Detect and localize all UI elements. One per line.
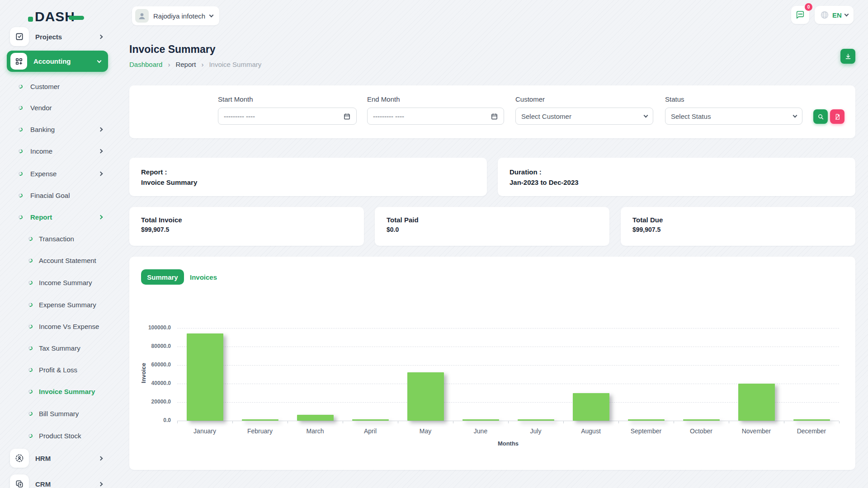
checkbox-icon (10, 27, 29, 46)
language-selector[interactable]: EN (815, 6, 854, 24)
sidebar-item-tax-summary[interactable]: Tax Summary (0, 337, 118, 359)
person-scan-icon (10, 449, 29, 468)
sidebar-item-account-statement[interactable]: Account Statement (0, 249, 118, 271)
bullet-icon (28, 433, 33, 438)
chart-bar-december[interactable] (793, 419, 830, 421)
sidebar-item-invoice-summary[interactable]: Invoice Summary (0, 380, 118, 402)
chart-bar-july[interactable] (518, 419, 554, 421)
language-code: EN (832, 11, 842, 19)
x-axis-label: November (729, 427, 784, 435)
chart-bar-august[interactable] (573, 393, 609, 421)
sidebar-item-label: Bill Summary (39, 410, 79, 418)
bullet-icon (28, 258, 33, 263)
chevron-right-icon (99, 149, 103, 153)
breadcrumb-dashboard-link[interactable]: Dashboard (129, 61, 162, 68)
bullet-icon (28, 345, 33, 350)
sidebar-item-crm[interactable]: CRM (0, 473, 118, 488)
sidebar-item-bill-summary[interactable]: Bill Summary (0, 403, 118, 424)
sidebar-item-income[interactable]: Income (0, 140, 118, 162)
stat-value: $99,907.5 (141, 226, 352, 233)
chart-bar-october[interactable] (683, 419, 720, 421)
customer-label: Customer (515, 95, 653, 103)
stat-value: $99,907.5 (632, 226, 844, 233)
end-month-label: End Month (367, 95, 504, 103)
x-axis-label: August (563, 427, 618, 435)
bullet-icon (18, 171, 23, 176)
chart-bar-march[interactable] (297, 415, 334, 421)
sidebar-item-profit-loss[interactable]: Profit & Loss (0, 359, 118, 380)
bullet-icon (28, 411, 33, 416)
sidebar-item-label: Customer (30, 83, 60, 90)
end-month-input[interactable]: --------- ---- (367, 108, 504, 125)
month-input-placeholder: --------- ---- (224, 113, 255, 120)
start-month-label: Start Month (218, 95, 357, 103)
x-axis-label: January (177, 427, 232, 435)
report-value: Invoice Summary (141, 177, 475, 188)
x-axis-label: October (674, 427, 729, 435)
sidebar-item-expense[interactable]: Expense (0, 163, 118, 184)
stat-value: $0.0 (387, 226, 598, 233)
sidebar-item-label: Transaction (39, 235, 74, 243)
chart-bar-april[interactable] (352, 419, 389, 421)
messages-button[interactable]: 0 (791, 6, 809, 24)
chart-bar-june[interactable] (462, 419, 499, 421)
notification-badge: 0 (805, 3, 812, 11)
x-axis-tick (729, 421, 729, 423)
sidebar-item-hrm[interactable]: HRM (0, 447, 118, 469)
customer-select-value: Select Customer (521, 113, 571, 120)
workspace-switcher[interactable]: Rajodiya infotech (132, 6, 219, 25)
customer-select[interactable]: Select Customer (515, 108, 653, 125)
sidebar-item-customer[interactable]: Customer (0, 75, 118, 97)
chart-bar-january[interactable] (187, 333, 223, 421)
chevron-right-icon (99, 215, 103, 219)
sidebar-item-income-vs-expense[interactable]: Income Vs Expense (0, 315, 118, 337)
breadcrumb-report[interactable]: Report (175, 61, 196, 68)
sidebar-item-banking[interactable]: Banking (0, 118, 118, 140)
chart-bar-november[interactable] (738, 384, 775, 421)
status-select[interactable]: Select Status (665, 108, 802, 125)
x-axis-tick (508, 421, 509, 423)
logo-accent-bar-icon (69, 16, 84, 20)
reset-filter-button[interactable] (830, 109, 844, 124)
breadcrumb: Dashboard › Report › Invoice Summary (129, 61, 261, 68)
app-logo[interactable]: DASH (28, 9, 84, 24)
sidebar-item-financial-goal[interactable]: Finacial Goal (0, 184, 118, 206)
sidebar-item-report[interactable]: Report (0, 206, 118, 228)
total-paid-card: Total Paid $0.0 (375, 207, 609, 246)
filter-panel: Start Month --------- ---- End Month ---… (129, 85, 855, 138)
sidebar-item-label: Profit & Loss (39, 366, 77, 374)
sidebar-item-projects[interactable]: Projects (0, 26, 118, 47)
chart-bar-september[interactable] (628, 419, 665, 421)
download-button[interactable] (840, 49, 855, 64)
sidebar-item-label: Income Vs Expense (39, 323, 99, 330)
chevron-right-icon (99, 482, 103, 486)
apply-filter-button[interactable] (813, 109, 828, 124)
chart-bar-may[interactable] (407, 372, 444, 421)
sidebar-item-label: Accounting (33, 57, 71, 65)
sidebar-item-label: Vendor (30, 104, 52, 112)
x-axis-tick (288, 421, 288, 423)
bullet-icon (28, 324, 33, 328)
start-month-group: Start Month --------- ---- (218, 95, 357, 125)
x-axis-tick (618, 421, 619, 423)
breadcrumb-separator: › (201, 61, 203, 68)
sidebar-item-income-summary[interactable]: Income Summary (0, 272, 118, 293)
sidebar-item-label: Finacial Goal (30, 192, 70, 199)
company-name: Rajodiya infotech (153, 12, 205, 20)
sidebar-item-expense-summary[interactable]: Expense Summary (0, 294, 118, 315)
sidebar-item-vendor[interactable]: Vendor (0, 97, 118, 118)
chart-bar-february[interactable] (242, 419, 278, 421)
x-axis-tick (398, 421, 398, 423)
y-axis-tick-label: 40000.0 (129, 380, 171, 386)
sidebar-item-accounting[interactable]: Accounting (7, 51, 108, 72)
sidebar-item-transaction[interactable]: Transaction (0, 228, 118, 249)
duration-label: Duration : (509, 167, 844, 177)
x-axis-tick (232, 421, 233, 423)
start-month-input[interactable]: --------- ---- (218, 108, 357, 125)
avatar (135, 9, 149, 23)
sidebar-item-product-stock[interactable]: Product Stock (0, 425, 118, 446)
duration-info-card: Duration : Jan-2023 to Dec-2023 (498, 158, 855, 196)
report-info-card: Report : Invoice Summary (129, 158, 487, 196)
calendar-icon (491, 113, 498, 120)
stat-label: Total Due (632, 216, 844, 224)
